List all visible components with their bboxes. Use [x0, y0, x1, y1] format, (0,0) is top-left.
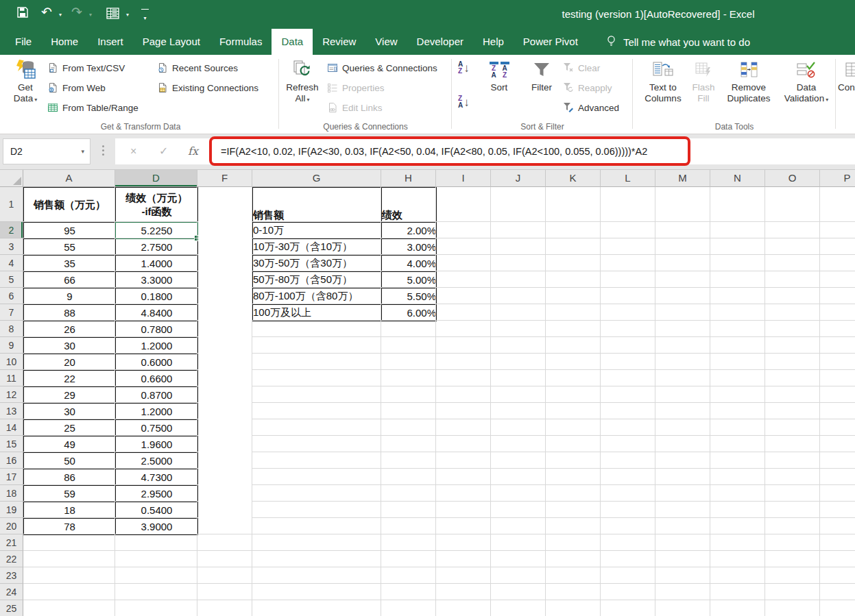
cell-d19[interactable]: 0.5400	[116, 502, 198, 519]
undo-dropdown[interactable]: ▾	[59, 12, 62, 18]
cell-d13[interactable]: 1.2000	[116, 404, 198, 420]
clear-filter-button[interactable]: Clear	[562, 60, 600, 75]
cell-d6[interactable]: 0.1800	[116, 288, 198, 305]
row-header-21[interactable]: 21	[0, 534, 23, 551]
cell-a3[interactable]: 55	[24, 239, 116, 256]
cell-d18[interactable]: 2.9500	[116, 486, 198, 502]
column-header-L[interactable]: L	[601, 170, 655, 187]
row-header-8[interactable]: 8	[0, 321, 23, 337]
tab-developer[interactable]: Developer	[407, 29, 473, 55]
tab-data[interactable]: Data	[272, 29, 313, 55]
cell-h6[interactable]: 5.50%	[382, 288, 437, 305]
column-header-D[interactable]: D	[115, 170, 197, 187]
insert-function-icon[interactable]: fx	[188, 138, 198, 164]
column-header-H[interactable]: H	[381, 170, 436, 187]
from-text-csv-button[interactable]: From Text/CSV	[47, 60, 125, 75]
cell-d10[interactable]: 0.6000	[116, 354, 198, 371]
cell-g7[interactable]: 100万及以上	[253, 305, 382, 321]
cell-d4[interactable]: 1.4000	[116, 256, 198, 272]
row-header-3[interactable]: 3	[0, 238, 23, 255]
row-header-9[interactable]: 9	[0, 337, 23, 354]
row-header-16[interactable]: 16	[0, 452, 23, 469]
row-header-20[interactable]: 20	[0, 518, 23, 534]
name-box-dropdown-icon[interactable]: ▾	[81, 139, 84, 164]
column-header-I[interactable]: I	[436, 170, 491, 187]
cell-a13[interactable]: 30	[24, 404, 116, 420]
cell-a7[interactable]: 88	[24, 305, 116, 321]
cell-g4[interactable]: 30万-50万（含30万）	[253, 256, 382, 272]
cell-d11[interactable]: 0.6600	[116, 371, 198, 387]
redo-button[interactable]: ↷	[71, 4, 82, 19]
row-header-18[interactable]: 18	[0, 485, 23, 502]
cell-d3[interactable]: 2.7500	[116, 239, 198, 256]
row-header-23[interactable]: 23	[0, 567, 23, 584]
cell-h5[interactable]: 5.00%	[382, 272, 437, 288]
enter-check-icon[interactable]: ✓	[159, 138, 168, 164]
row-header-13[interactable]: 13	[0, 403, 23, 419]
cell-a8[interactable]: 26	[24, 321, 116, 338]
formula-bar-splitter[interactable]	[102, 145, 104, 147]
row-header-5[interactable]: 5	[0, 271, 23, 288]
from-web-button[interactable]: From Web	[47, 80, 106, 95]
queries-connections-button[interactable]: Queries & Connections	[326, 60, 437, 75]
row-header-15[interactable]: 15	[0, 436, 23, 452]
row-header-2[interactable]: 2	[0, 222, 23, 238]
column-header-F[interactable]: F	[197, 170, 252, 187]
sort-descending-button[interactable]: ZA↓	[458, 95, 470, 110]
cell-h7[interactable]: 6.00%	[382, 305, 437, 321]
row-header-22[interactable]: 22	[0, 551, 23, 567]
refresh-all-button[interactable]: RefreshAll▾	[282, 58, 322, 106]
formula-text[interactable]: =IF(A2<10, 0.02, IF(A2<30, 0.03, IF(A2<5…	[221, 146, 647, 157]
cell-a15[interactable]: 49	[24, 436, 116, 453]
tab-file[interactable]: File	[5, 29, 41, 55]
recent-sources-button[interactable]: Recent Sources	[156, 60, 238, 75]
row-header-1[interactable]: 1	[0, 187, 23, 222]
column-header-J[interactable]: J	[491, 170, 546, 187]
tell-me-box[interactable]: Tell me what you want to do	[605, 29, 750, 55]
select-all-button[interactable]	[0, 170, 23, 187]
cell-d14[interactable]: 0.7500	[116, 420, 198, 436]
advanced-filter-button[interactable]: Advanced	[562, 100, 619, 115]
column-header-P[interactable]: P	[820, 170, 855, 187]
cell-a20[interactable]: 78	[24, 519, 116, 535]
cell-a12[interactable]: 29	[24, 387, 116, 404]
cell-d8[interactable]: 0.7800	[116, 321, 198, 338]
cell-a11[interactable]: 22	[24, 371, 116, 387]
sort-ascending-button[interactable]: AZ↓	[458, 60, 470, 75]
row-header-4[interactable]: 4	[0, 255, 23, 271]
cell-g2[interactable]: 0-10万	[253, 223, 382, 239]
tab-view[interactable]: View	[365, 29, 407, 55]
cell-a2[interactable]: 95	[24, 223, 116, 239]
redo-dropdown[interactable]: ▾	[89, 12, 92, 18]
cancel-icon[interactable]: ×	[130, 138, 136, 164]
row-header-25[interactable]: 25	[0, 600, 23, 616]
cell-g5[interactable]: 50万-80万（含50万）	[253, 272, 382, 288]
active-cell-selection-border[interactable]	[115, 221, 198, 239]
cell-d15[interactable]: 1.9600	[116, 436, 198, 453]
cell-a1[interactable]: 销售额（万元）	[24, 188, 116, 223]
cell-a18[interactable]: 59	[24, 486, 116, 502]
qat-table-dropdown[interactable]: ▾	[126, 12, 129, 18]
cell-a10[interactable]: 20	[24, 354, 116, 371]
tab-formulas[interactable]: Formulas	[210, 29, 272, 55]
filter-button[interactable]: Filter	[525, 58, 559, 93]
tab-review[interactable]: Review	[313, 29, 365, 55]
row-header-10[interactable]: 10	[0, 354, 23, 370]
worksheet-grid[interactable]: 销售额（万元）绩效（万元）-if函数955.2250552.7500351.40…	[0, 170, 855, 616]
cell-d5[interactable]: 3.3000	[116, 272, 198, 288]
name-box[interactable]: D2 ▾	[3, 138, 91, 164]
row-header-14[interactable]: 14	[0, 419, 23, 436]
row-header-6[interactable]: 6	[0, 288, 23, 304]
column-header-G[interactable]: G	[252, 170, 381, 187]
column-header-N[interactable]: N	[710, 170, 765, 187]
column-header-O[interactable]: O	[765, 170, 820, 187]
flash-fill-button[interactable]: FlashFill	[688, 58, 719, 104]
row-header-11[interactable]: 11	[0, 370, 23, 386]
from-table-range-button[interactable]: From Table/Range	[47, 100, 139, 115]
cell-g3[interactable]: 10万-30万（含10万）	[253, 239, 382, 256]
cell-a14[interactable]: 25	[24, 420, 116, 436]
column-header-K[interactable]: K	[546, 170, 601, 187]
existing-connections-button[interactable]: Existing Connections	[156, 80, 258, 95]
cell-d16[interactable]: 2.5000	[116, 453, 198, 469]
row-header-12[interactable]: 12	[0, 386, 23, 403]
